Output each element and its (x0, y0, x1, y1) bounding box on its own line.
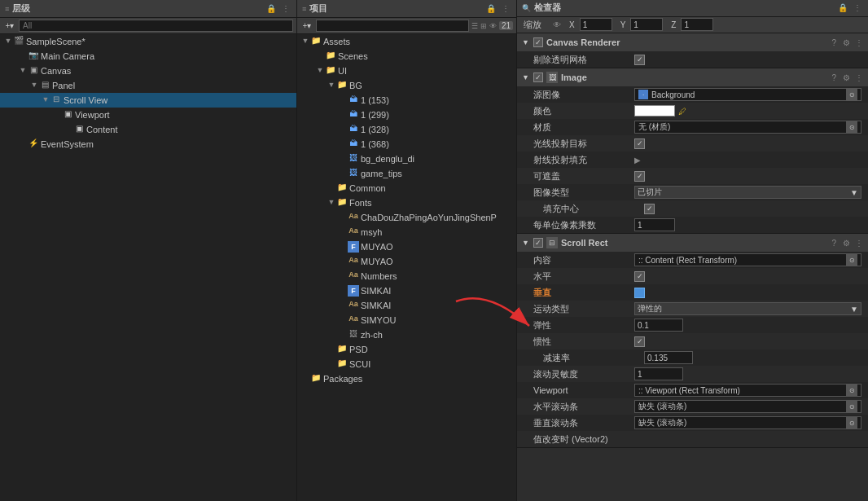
field-elasticity[interactable] (634, 319, 683, 332)
label-inertia: 惯性 (533, 336, 631, 348)
canvas-renderer-help[interactable]: ? (831, 38, 836, 47)
tree-item-numbers[interactable]: ▶ Aa Numbers (297, 269, 516, 283)
scroll-rect-enable-checkbox[interactable]: ✓ (533, 238, 543, 248)
project-lock-icon[interactable]: 🔒 (485, 3, 497, 15)
zoom-y-input[interactable] (630, 18, 663, 31)
zoom-z-input[interactable] (681, 18, 713, 31)
canvas-renderer-header[interactable]: ▼ ✓ Canvas Renderer ? ⚙ ⋮ (517, 33, 868, 51)
field-scroll-sensitivity[interactable] (634, 367, 683, 380)
field-material[interactable]: 无 (材质) ⊙ (634, 121, 861, 134)
canvas-renderer-more[interactable]: ⋮ (855, 38, 863, 47)
checkbox-fill-center[interactable] (644, 204, 655, 214)
image-help[interactable]: ? (831, 73, 836, 82)
scroll-rect-help[interactable]: ? (831, 239, 836, 248)
tree-item-psd[interactable]: ▶ 📁 PSD (297, 342, 516, 357)
field-viewport[interactable]: :: Viewport (Rect Transform) ⊙ (634, 384, 861, 397)
tree-item-maincamera[interactable]: ▶ 📷 Main Camera (0, 49, 296, 64)
field-h-scrollbar[interactable]: 缺失 (滚动条) ⊙ (634, 400, 861, 413)
arrow-fonts: ▼ (327, 198, 336, 208)
viewport-pick-btn[interactable]: ⊙ (846, 385, 857, 396)
h-scrollbar-pick-btn[interactable]: ⊙ (846, 401, 857, 412)
scroll-rect-header[interactable]: ▼ ✓ ⊟ Scroll Rect ? ⚙ ⋮ (517, 234, 868, 252)
source-image-pick-btn[interactable]: ⊙ (846, 89, 857, 100)
canvas-renderer-settings[interactable]: ⚙ (843, 38, 850, 47)
project-add-btn[interactable]: +▾ (300, 20, 313, 33)
tree-item-eventsystem[interactable]: ▶ ⚡ EventSystem (0, 137, 296, 152)
tree-item-bg[interactable]: ▼ 📁 BG (297, 78, 516, 93)
tree-item-canvas[interactable]: ▼ ▣ Canvas (0, 64, 296, 78)
font-zhch-icon: 🖼 (348, 329, 359, 341)
project-tool1[interactable]: ☰ (471, 22, 478, 30)
field-pixels-per-unit[interactable] (634, 218, 675, 231)
checkbox-vertical[interactable] (634, 288, 645, 298)
project-search-input[interactable] (316, 20, 469, 32)
dropdown-image-type[interactable]: 已切片 ▼ (634, 186, 861, 199)
checkbox-inertia[interactable] (634, 336, 645, 347)
tree-item-simkai-aa[interactable]: ▶ Aa SIMKAI (297, 298, 516, 313)
color-field[interactable]: 🖊 (634, 105, 861, 116)
checkbox-horizontal[interactable] (634, 271, 645, 282)
tree-item-muyao-f[interactable]: ▶ F MUYAO (297, 240, 516, 254)
dropdown-movement-type[interactable]: 弹性的 ▼ (634, 302, 861, 315)
label-muyao-aa: MUYAO (361, 257, 393, 266)
tree-item-zhch[interactable]: ▶ 🖼 zh-ch (297, 327, 516, 342)
content-pick-btn[interactable]: ⊙ (846, 254, 857, 266)
label-image-type: 图像类型 (533, 187, 631, 199)
color-eyedropper-icon[interactable]: 🖊 (678, 107, 686, 116)
checkbox-maskable[interactable] (634, 171, 645, 182)
tree-item-scui[interactable]: ▶ 📁 SCUI (297, 357, 516, 371)
project-menu-icon[interactable]: ⋮ (500, 3, 511, 15)
tree-item-msyh[interactable]: ▶ Aa msyh (297, 225, 516, 240)
hierarchy-lock-icon[interactable]: 🔒 (265, 3, 277, 15)
label-bg2: 1 (299) (361, 110, 389, 120)
image-settings[interactable]: ⚙ (843, 73, 850, 82)
scroll-rect-settings[interactable]: ⚙ (843, 239, 850, 248)
field-content[interactable]: :: Content (Rect Transform) ⊙ (634, 253, 861, 266)
tree-item-bg1[interactable]: ▶ 🏔 1 (153) (297, 93, 516, 108)
inspector-menu-icon[interactable]: ⋮ (852, 2, 863, 14)
color-swatch[interactable] (634, 105, 675, 116)
tree-item-panel[interactable]: ▼ ▤ Panel (0, 78, 296, 93)
image-enable-checkbox[interactable]: ✓ (533, 73, 543, 82)
checkbox-raycast-target[interactable] (634, 138, 645, 149)
v-scrollbar-value: 缺失 (滚动条) (638, 417, 843, 428)
hierarchy-add-btn[interactable]: +▾ (3, 20, 16, 33)
tree-item-simyou[interactable]: ▶ Aa SIMYOU (297, 313, 516, 327)
tree-item-scrollview[interactable]: ▼ ⊟ Scroll View (0, 93, 296, 108)
material-pick-btn[interactable]: ⊙ (846, 121, 857, 133)
v-scrollbar-pick-btn[interactable]: ⊙ (846, 417, 857, 428)
tree-item-bg3[interactable]: ▶ 🏔 1 (328) (297, 122, 516, 137)
arrow-scrollview: ▼ (41, 95, 50, 105)
tree-item-viewport[interactable]: ▶ ▣ Viewport (0, 108, 296, 122)
field-deceleration[interactable] (644, 351, 693, 364)
field-source-image[interactable]: · Background ⊙ (634, 88, 861, 101)
project-tool2[interactable]: ⊞ (480, 22, 487, 30)
label-psd: PSD (349, 345, 368, 354)
zoom-x-input[interactable] (580, 18, 612, 31)
tree-item-bg-denglu[interactable]: ▶ 🖼 bg_denglu_di (297, 152, 516, 166)
tree-item-assets[interactable]: ▼ 📁 Assets (297, 34, 516, 49)
field-v-scrollbar[interactable]: 缺失 (滚动条) ⊙ (634, 416, 861, 429)
scroll-rect-more[interactable]: ⋮ (855, 239, 863, 248)
tree-item-game-tips[interactable]: ▶ 🖼 game_tips (297, 166, 516, 181)
project-tool3[interactable]: 👁 (489, 22, 497, 30)
tree-item-fonts[interactable]: ▼ 📁 Fonts (297, 196, 516, 210)
image-more[interactable]: ⋮ (855, 73, 863, 82)
tree-item-packages[interactable]: ▶ 📁 Packages (297, 371, 516, 386)
image-header[interactable]: ▼ ✓ 🖼 Image ? ⚙ ⋮ (517, 68, 868, 86)
hierarchy-menu-icon[interactable]: ⋮ (280, 3, 292, 15)
tree-item-simkai-f[interactable]: ▶ F SIMKAI (297, 283, 516, 298)
canvas-renderer-enable-checkbox[interactable]: ✓ (533, 37, 543, 47)
tree-item-ui[interactable]: ▼ 📁 UI (297, 64, 516, 78)
tree-item-chaodou[interactable]: ▶ Aa ChaDouZhaPingAoYunJingShenP (297, 210, 516, 225)
checkbox-cull-transparent[interactable] (634, 55, 645, 65)
tree-item-scenes[interactable]: ▶ 📁 Scenes (297, 49, 516, 64)
hierarchy-search-input[interactable] (19, 20, 293, 32)
tree-item-common[interactable]: ▶ 📁 Common (297, 181, 516, 196)
tree-item-bg4[interactable]: ▶ 🏔 1 (368) (297, 137, 516, 152)
tree-item-bg2[interactable]: ▶ 🏔 1 (299) (297, 108, 516, 122)
tree-item-muyao-aa[interactable]: ▶ Aa MUYAO (297, 254, 516, 269)
tree-item-samplescene[interactable]: ▼ 🎬 SampleScene* (0, 34, 296, 49)
inspector-lock-icon[interactable]: 🔒 (837, 2, 848, 14)
tree-item-content[interactable]: ▶ ▣ Content (0, 122, 296, 137)
